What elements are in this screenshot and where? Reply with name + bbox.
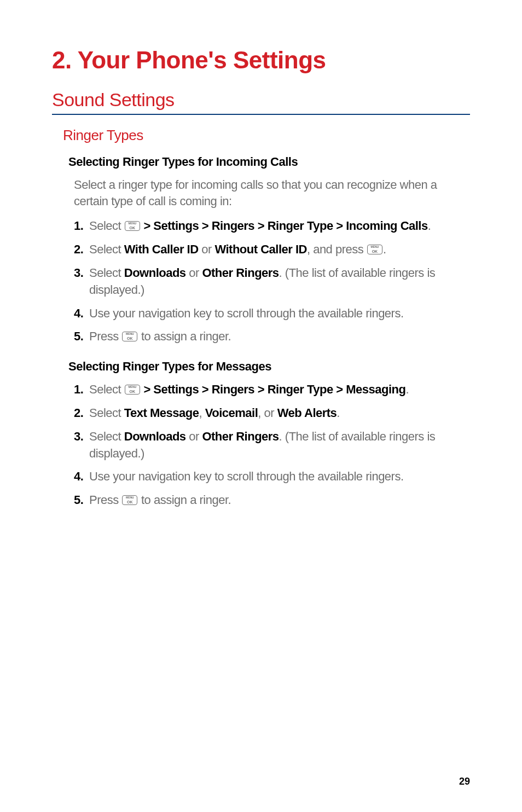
step-2: 2. Select With Caller ID or Without Call… — [74, 241, 459, 258]
option: Other Ringers — [202, 266, 279, 280]
menu-ok-icon — [125, 385, 140, 395]
step-number: 4. — [74, 305, 83, 322]
step-3: 3. Select Downloads or Other Ringers. (T… — [74, 428, 459, 462]
subsection-title: Ringer Types — [63, 127, 470, 144]
menu-ok-icon — [125, 221, 140, 231]
step-number: 3. — [74, 428, 83, 445]
step-5: 5. Press to assign a ringer. — [74, 328, 459, 345]
step-4: 4. Use your navigation key to scroll thr… — [74, 468, 459, 485]
step-number: 5. — [74, 328, 83, 345]
chapter-title: 2. Your Phone's Settings — [52, 47, 470, 74]
step-text: or — [186, 430, 202, 443]
step-text: Select — [89, 266, 124, 280]
option: Text Message — [124, 406, 199, 420]
step-text: Select — [89, 382, 124, 396]
step-text: . — [405, 382, 409, 396]
page-number: 29 — [459, 776, 470, 787]
step-text: . — [428, 219, 431, 233]
step-number: 1. — [74, 218, 83, 235]
step-number: 1. — [74, 381, 83, 398]
step-text: , or — [258, 406, 277, 420]
step-number: 2. — [74, 405, 83, 422]
steps-messages: 1. Select > Settings > Ringers > Ringer … — [74, 381, 459, 509]
topic-title-messages: Selecting Ringer Types for Messages — [68, 359, 470, 374]
option: Without Caller ID — [214, 242, 307, 256]
step-text: , — [199, 406, 205, 420]
menu-path: > Settings > Ringers > Ringer Type > Inc… — [141, 219, 428, 233]
menu-path: > Settings > Ringers > Ringer Type > Mes… — [141, 382, 406, 396]
intro-text: Select a ringer type for incoming calls … — [74, 177, 459, 209]
step-text: to assign a ringer. — [138, 329, 231, 343]
step-text: Use your navigation key to scroll throug… — [89, 469, 404, 483]
option: Voicemail — [205, 406, 258, 420]
menu-ok-icon — [122, 495, 137, 505]
step-3: 3. Select Downloads or Other Ringers. (T… — [74, 265, 459, 299]
option: Downloads — [124, 430, 186, 443]
step-5: 5. Press to assign a ringer. — [74, 492, 459, 509]
option: Web Alerts — [277, 406, 337, 420]
step-1: 1. Select > Settings > Ringers > Ringer … — [74, 218, 459, 235]
step-text: Select — [89, 406, 124, 420]
step-text: Select — [89, 219, 124, 233]
topic-title-incoming: Selecting Ringer Types for Incoming Call… — [68, 155, 470, 169]
menu-ok-icon — [122, 332, 137, 341]
step-1: 1. Select > Settings > Ringers > Ringer … — [74, 381, 459, 398]
step-number: 2. — [74, 241, 83, 258]
step-4: 4. Use your navigation key to scroll thr… — [74, 305, 459, 322]
step-text: . — [383, 242, 386, 256]
section-title: Sound Settings — [52, 89, 470, 115]
step-text: . — [337, 406, 340, 420]
step-text: Press — [89, 493, 121, 507]
step-text: , and press — [307, 242, 367, 256]
step-text: or — [199, 242, 215, 256]
step-text: to assign a ringer. — [138, 493, 231, 507]
step-number: 4. — [74, 468, 83, 485]
option: With Caller ID — [124, 242, 199, 256]
menu-ok-icon — [367, 245, 382, 254]
step-number: 3. — [74, 265, 83, 282]
option: Other Ringers — [202, 430, 279, 443]
option: Downloads — [124, 266, 186, 280]
steps-incoming: 1. Select > Settings > Ringers > Ringer … — [74, 218, 459, 345]
step-text: Use your navigation key to scroll throug… — [89, 306, 404, 320]
step-text: Press — [89, 329, 121, 343]
step-text: Select — [89, 242, 124, 256]
step-2: 2. Select Text Message, Voicemail, or We… — [74, 405, 459, 422]
step-text: Select — [89, 430, 124, 443]
step-number: 5. — [74, 492, 83, 509]
step-text: or — [186, 266, 202, 280]
